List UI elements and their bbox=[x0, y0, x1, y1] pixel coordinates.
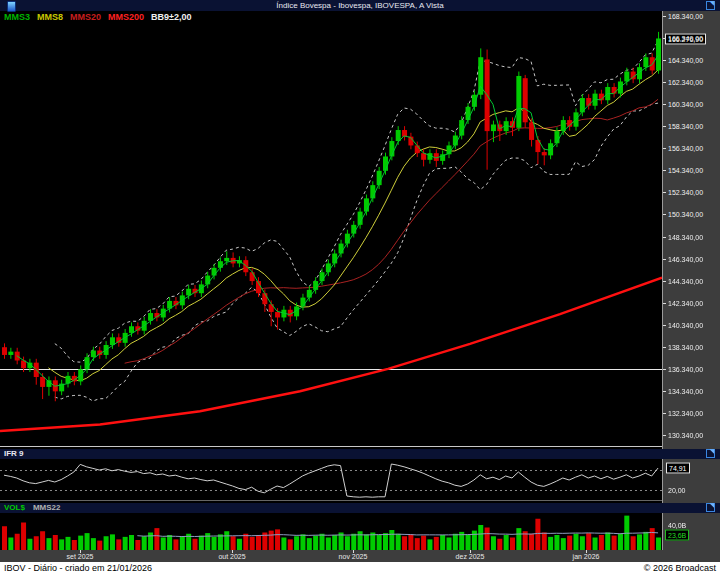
price-tick-mark bbox=[663, 391, 666, 392]
price-tick-mark bbox=[663, 281, 666, 282]
price-tick-mark bbox=[663, 104, 666, 105]
price-tick-mark bbox=[663, 60, 666, 61]
volume-title: VOL$ bbox=[4, 503, 25, 512]
status-chart-info: IBOV - Diário - criado em 21/01/2026 bbox=[4, 562, 152, 575]
price-tick-mark bbox=[663, 170, 666, 171]
candlestick-chart-canvas[interactable] bbox=[0, 24, 662, 447]
price-tick-label: 158.340,00 bbox=[668, 123, 703, 130]
price-tick-label: 156.340,00 bbox=[668, 145, 703, 152]
window-title-bar: Índice Bovespa - Ibovespa, IBOVESPA, A V… bbox=[0, 0, 720, 11]
price-tick-mark bbox=[663, 16, 666, 17]
price-tick-label: 148.340,00 bbox=[668, 233, 703, 240]
price-tick-mark bbox=[663, 126, 666, 127]
price-tick-label: 130.340,00 bbox=[668, 432, 703, 439]
price-tick-label: 140.340,00 bbox=[668, 321, 703, 328]
price-tick-mark bbox=[663, 237, 666, 238]
window-title: Índice Bovespa - Ibovespa, IBOVESPA, A V… bbox=[276, 1, 443, 10]
ifr-panel-header: IFR 9 bbox=[0, 449, 720, 459]
price-tick-mark bbox=[663, 325, 666, 326]
price-axis bbox=[663, 11, 720, 562]
status-bar: IBOV - Diário - criado em 21/01/2026 © 2… bbox=[0, 562, 720, 575]
ifr-current-badge: 74,91 bbox=[666, 463, 690, 474]
price-tick-label: 144.340,00 bbox=[668, 277, 703, 284]
month-label: nov 2025 bbox=[339, 553, 368, 560]
price-tick-label: 150.340,00 bbox=[668, 211, 703, 218]
month-tick bbox=[586, 550, 587, 553]
main-chart-border bbox=[0, 446, 662, 447]
price-tick-label: 152.340,00 bbox=[668, 189, 703, 196]
volume-panel-header: VOL$MMS22 bbox=[0, 503, 720, 513]
price-tick-mark bbox=[663, 413, 666, 414]
price-tick-mark bbox=[663, 38, 666, 39]
price-tick-mark bbox=[663, 82, 666, 83]
price-tick-mark bbox=[663, 369, 666, 370]
month-label: jan 2026 bbox=[573, 553, 600, 560]
price-tick-mark bbox=[663, 347, 666, 348]
volume-grid-label: 40,0B bbox=[668, 522, 686, 529]
price-tick-mark bbox=[663, 435, 666, 436]
price-tick-label: 160.340,00 bbox=[668, 101, 703, 108]
ifr-title: IFR 9 bbox=[4, 449, 24, 458]
indicator-legend: MMS3MMS8MMS20MMS200BB9±2,00 bbox=[4, 11, 199, 24]
price-tick-mark bbox=[663, 214, 666, 215]
detach-window-icon[interactable] bbox=[706, 1, 715, 10]
price-tick-label: 138.340,00 bbox=[668, 343, 703, 350]
volume-ma-label: MMS22 bbox=[33, 503, 61, 512]
legend-item-mms20: MMS20 bbox=[70, 12, 101, 22]
month-tick bbox=[353, 550, 354, 553]
price-tick-mark bbox=[663, 259, 666, 260]
ifr-grid-label: 20,00 bbox=[668, 487, 686, 494]
price-tick-label: 136.340,00 bbox=[668, 365, 703, 372]
legend-item-mms3: MMS3 bbox=[4, 12, 30, 22]
legend-item-mms8: MMS8 bbox=[37, 12, 63, 22]
volume-chart-canvas[interactable] bbox=[0, 513, 662, 550]
ifr-panel-border bbox=[0, 500, 662, 501]
axis-separator bbox=[662, 11, 663, 562]
month-tick bbox=[470, 550, 471, 553]
month-tick bbox=[232, 550, 233, 553]
trading-app-window: Índice Bovespa - Ibovespa, IBOVESPA, A V… bbox=[0, 0, 720, 575]
ifr-chart-canvas[interactable] bbox=[0, 459, 662, 500]
detach-ifr-icon[interactable] bbox=[706, 449, 715, 458]
price-tick-mark bbox=[663, 192, 666, 193]
price-tick-label: 132.340,00 bbox=[668, 409, 703, 416]
price-tick-label: 142.340,00 bbox=[668, 299, 703, 306]
price-tick-mark bbox=[663, 303, 666, 304]
month-label: dez 2025 bbox=[456, 553, 485, 560]
price-tick-label: 168.340,00 bbox=[668, 13, 703, 20]
detach-volume-icon[interactable] bbox=[706, 503, 715, 512]
price-tick-label: 164.340,00 bbox=[668, 57, 703, 64]
legend-item-mms200: MMS200 bbox=[108, 12, 144, 22]
legend-item-bb9200: BB9±2,00 bbox=[151, 12, 191, 22]
volume-current-badge: 23,6B bbox=[665, 530, 689, 541]
price-tick-label: 134.340,00 bbox=[668, 387, 703, 394]
price-tick-label: 162.340,00 bbox=[668, 79, 703, 86]
month-tick bbox=[80, 550, 81, 553]
month-label: set 2025 bbox=[67, 553, 94, 560]
price-tick-label: 166.340,00 bbox=[668, 35, 703, 42]
price-tick-label: 154.340,00 bbox=[668, 167, 703, 174]
status-copyright: © 2026 Broadcast bbox=[644, 562, 716, 575]
month-label: out 2025 bbox=[218, 553, 245, 560]
price-tick-mark bbox=[663, 148, 666, 149]
price-tick-label: 146.340,00 bbox=[668, 255, 703, 262]
